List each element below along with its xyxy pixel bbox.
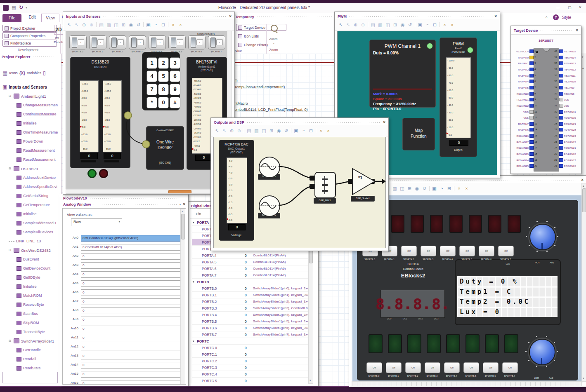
port-button-$porta.4[interactable]: Off bbox=[440, 246, 456, 256]
pin-pad[interactable] bbox=[529, 116, 534, 120]
port-button-$portb.3[interactable]: Off bbox=[425, 362, 440, 373]
scroll-up-icon[interactable]: ▴ bbox=[583, 184, 584, 188]
pin-highlight[interactable] bbox=[529, 56, 534, 59]
clone-icon[interactable]: ◫ bbox=[261, 128, 267, 134]
meter-marker-icon[interactable]: ▶ bbox=[447, 132, 449, 134]
tree-item-transmitbyte[interactable]: TransmitByte bbox=[1, 327, 60, 336]
tree-item-readstate[interactable]: ReadState bbox=[1, 364, 60, 373]
tree-item-busevent[interactable]: BusEvent bbox=[1, 255, 60, 264]
keypad-key-2[interactable]: 2 bbox=[158, 57, 169, 69]
change-history-toggle[interactable]: Change History bbox=[236, 41, 286, 48]
analog-value-input-an6[interactable]: 0 bbox=[81, 289, 183, 296]
pin-pad[interactable] bbox=[559, 56, 563, 59]
pin-pad[interactable] bbox=[559, 146, 563, 150]
pin-pad[interactable] bbox=[529, 122, 534, 126]
scroll-up-icon[interactable]: ▴ bbox=[582, 66, 584, 70]
group-expander-icon[interactable]: ▾ bbox=[193, 219, 194, 226]
cut-icon[interactable]: × bbox=[442, 22, 447, 27]
tree-item-initialise[interactable]: Initialise bbox=[1, 282, 60, 291]
keypad-block[interactable]: 123456789*0# bbox=[142, 52, 180, 110]
ldr-knob[interactable] bbox=[529, 339, 555, 365]
select-cursor-icon[interactable]: ↖ bbox=[338, 22, 343, 28]
save-icon[interactable]: ▤ bbox=[12, 5, 16, 10]
analog-value-input-an10[interactable]: 0 bbox=[81, 326, 183, 332]
camera-icon[interactable]: ◉ bbox=[414, 186, 420, 191]
cut-icon[interactable]: × bbox=[456, 186, 462, 191]
pin-pad[interactable] bbox=[559, 80, 563, 83]
slide-switch-$portb.3[interactable]: ▪ bbox=[129, 35, 146, 49]
clock-icon[interactable]: ◔ bbox=[153, 22, 158, 27]
keypad-key-4[interactable]: 4 bbox=[146, 70, 157, 82]
pin-pad[interactable] bbox=[529, 152, 534, 156]
tree-item-switcharrayslider1[interactable]: ⊟SwitchArraySlider1 bbox=[1, 336, 60, 345]
clock-icon[interactable]: ◔ bbox=[439, 186, 444, 191]
pin-pad[interactable] bbox=[559, 128, 563, 131]
pin-pad[interactable] bbox=[529, 164, 534, 168]
grid-icon[interactable]: ⊞ bbox=[392, 22, 398, 28]
copy-icon[interactable]: ▤ bbox=[246, 128, 252, 134]
analog-value-input-an0[interactable]: 825 ComboBL0114(LightSensor ADC) bbox=[81, 235, 183, 242]
component-icon[interactable]: ▣ bbox=[432, 186, 437, 191]
scroll-thumb[interactable] bbox=[181, 214, 185, 239]
port-button-$portb.1[interactable]: Off bbox=[386, 362, 402, 373]
pin-pad[interactable] bbox=[559, 74, 563, 77]
tree-item-powerdown[interactable]: PowerDown bbox=[1, 137, 60, 146]
switch-handle[interactable] bbox=[92, 38, 97, 48]
tree-item-getserialstring[interactable]: GetSerialString bbox=[1, 191, 60, 200]
ds18b20-meter-2[interactable]: - 125.0- 105.0- 85.0- 65.0- 45.0- 25.0- … bbox=[103, 80, 122, 152]
panel-2d-button[interactable]: 2D bbox=[54, 25, 63, 35]
digital-row-portb.7[interactable]: PORTB.70SwitchArraySlider1(pin7), keypad… bbox=[192, 331, 310, 338]
scroll-right-icon[interactable]: ▸ bbox=[582, 55, 584, 59]
analog-value-input-an13[interactable]: 0 bbox=[81, 353, 183, 359]
digital-row-porta.7[interactable]: PORTA.70ComboBL0114(PinA7) bbox=[192, 272, 310, 279]
pin-pad[interactable] bbox=[529, 98, 534, 101]
board-horizontal-scrollbar[interactable] bbox=[352, 381, 582, 386]
clone-icon[interactable]: ◫ bbox=[113, 22, 119, 28]
component-icon[interactable]: ▣ bbox=[417, 22, 423, 28]
port-button-$portb.5[interactable]: Off bbox=[463, 362, 479, 373]
digital-row-portc.3[interactable]: PORTC.30 bbox=[192, 364, 310, 371]
grid-icon[interactable]: ⊞ bbox=[269, 128, 274, 134]
port-button-$portb.4[interactable]: Off bbox=[444, 362, 460, 373]
pot-knob[interactable] bbox=[529, 224, 556, 250]
tree-item-sampleaddressedd[interactable]: SampleAddressedD bbox=[1, 218, 60, 228]
paste-icon[interactable]: ▥ bbox=[254, 128, 259, 134]
component-icon[interactable]: ▣ bbox=[293, 128, 299, 134]
inputs-horizontal-scrollbar[interactable] bbox=[66, 189, 228, 194]
close-icon[interactable]: × bbox=[576, 28, 578, 33]
tree-item-samplealldevices[interactable]: SampleAllDevices bbox=[1, 228, 60, 237]
scroll-down-icon[interactable]: ▾ bbox=[310, 379, 311, 382]
pin-pad[interactable] bbox=[529, 74, 534, 77]
expander-icon[interactable]: ⊟ bbox=[9, 94, 12, 98]
port-button-$porta.2[interactable]: Off bbox=[401, 246, 417, 256]
keypad-key-1[interactable]: 1 bbox=[146, 57, 157, 69]
close-icon[interactable]: × bbox=[494, 14, 497, 19]
target-device-toggle[interactable]: Target Device bbox=[236, 24, 286, 31]
pwm-slider-block[interactable]: PWM Pwm2 (PWM CH2) - 100.0- 90.0- 80.0- … bbox=[440, 38, 477, 157]
pin-pad[interactable] bbox=[559, 116, 563, 120]
keypad-key-3[interactable]: 3 bbox=[170, 57, 180, 69]
tree-item-readall[interactable]: ReadAll bbox=[1, 354, 60, 364]
close-icon[interactable]: × bbox=[183, 202, 185, 207]
switch-handle[interactable] bbox=[171, 38, 176, 48]
port-button-$porta.3[interactable]: Off bbox=[421, 246, 436, 256]
pin-pad[interactable] bbox=[559, 164, 563, 168]
group-expander-icon[interactable]: ▾ bbox=[193, 338, 194, 345]
pin-pad[interactable] bbox=[529, 110, 534, 114]
multi-select-icon[interactable]: ↖ bbox=[222, 128, 227, 134]
pin-pad[interactable] bbox=[559, 61, 563, 65]
analog-value-input-an3[interactable]: 0 bbox=[81, 262, 183, 269]
board-vertical-scrollbar[interactable]: ▴ ▾ bbox=[581, 183, 586, 382]
keypad-key-7[interactable]: 7 bbox=[146, 84, 157, 95]
analog-value-input-an5[interactable]: 0 bbox=[81, 280, 183, 287]
delete-icon[interactable]: × bbox=[178, 22, 183, 27]
tree-item-ambientlight1[interactable]: ⊟AmbientLight1 bbox=[1, 92, 60, 101]
pan-icon[interactable]: ⊕ bbox=[353, 22, 358, 28]
digital-column-header[interactable]: Pin bbox=[196, 212, 201, 216]
scroll-down-icon[interactable]: ▾ bbox=[583, 377, 584, 380]
slide-switch-$portb.6[interactable]: ▪ bbox=[188, 35, 206, 49]
tree-item-onetimemeasureme[interactable]: OneTimeMeasureme bbox=[1, 128, 60, 137]
close-icon[interactable]: × bbox=[383, 120, 385, 124]
digital-row-portb.5[interactable]: PORTB.50SwitchArraySlider1(pin5), keypad… bbox=[192, 318, 310, 325]
camera-icon[interactable]: ◉ bbox=[276, 128, 281, 134]
